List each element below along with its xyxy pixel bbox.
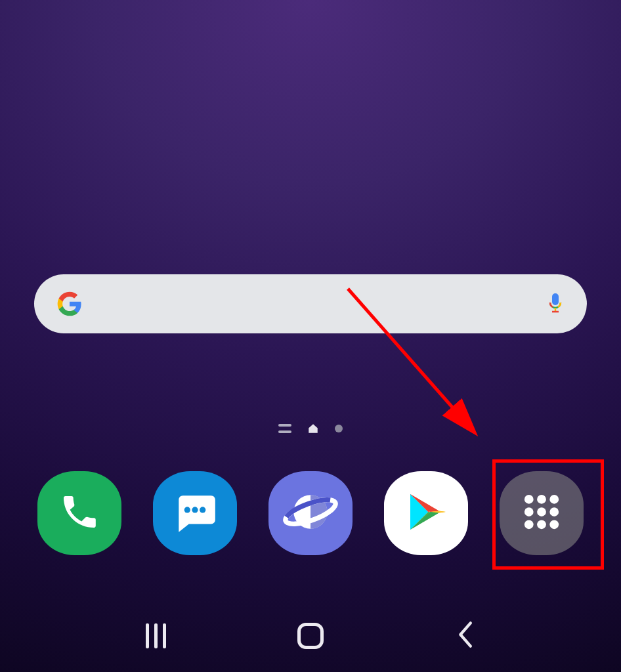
panel-indicator-icon[interactable] xyxy=(278,424,291,433)
back-icon xyxy=(456,620,474,652)
google-search-widget[interactable] xyxy=(34,274,587,333)
svg-point-20 xyxy=(537,520,546,529)
play-store-icon xyxy=(402,488,450,538)
svg-point-13 xyxy=(525,495,534,504)
app-dock xyxy=(0,471,621,555)
svg-point-14 xyxy=(537,495,546,504)
google-play-app[interactable] xyxy=(384,471,468,555)
phone-app[interactable] xyxy=(37,471,121,555)
svg-point-3 xyxy=(184,507,190,513)
svg-rect-0 xyxy=(552,293,559,305)
home-page-dot-icon[interactable] xyxy=(307,423,319,434)
planet-icon xyxy=(282,483,339,543)
svg-point-19 xyxy=(525,520,534,529)
svg-point-16 xyxy=(525,507,534,516)
phone-icon xyxy=(58,491,100,536)
svg-point-21 xyxy=(549,520,559,529)
messages-app[interactable] xyxy=(153,471,237,555)
google-logo-icon xyxy=(56,291,83,317)
messages-icon xyxy=(171,488,219,539)
home-page-indicator xyxy=(0,423,621,434)
svg-point-18 xyxy=(549,507,559,516)
svg-point-4 xyxy=(192,507,198,513)
apps-grid-icon xyxy=(520,490,563,536)
nav-back-button[interactable] xyxy=(448,620,481,652)
page-dot-icon[interactable] xyxy=(335,425,343,432)
samsung-internet-app[interactable] xyxy=(268,471,353,555)
recents-icon xyxy=(146,623,166,648)
svg-point-5 xyxy=(200,507,205,513)
home-icon xyxy=(297,623,324,649)
svg-point-17 xyxy=(537,507,546,516)
voice-search-icon[interactable] xyxy=(546,291,565,317)
apps-drawer-button[interactable] xyxy=(500,471,584,555)
nav-recents-button[interactable] xyxy=(140,620,173,652)
svg-point-15 xyxy=(549,495,559,504)
system-nav-bar xyxy=(0,613,621,659)
nav-home-button[interactable] xyxy=(294,620,327,652)
